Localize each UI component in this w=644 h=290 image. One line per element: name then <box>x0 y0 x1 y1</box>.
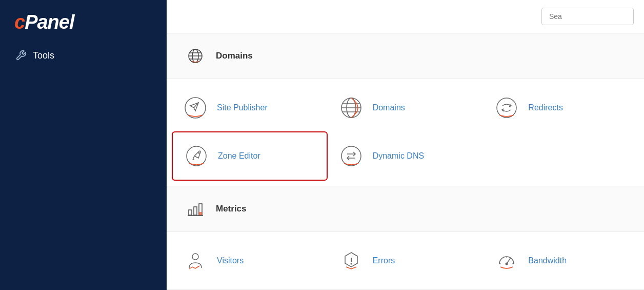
svg-rect-17 <box>189 210 192 215</box>
dynamic-dns-icon <box>338 143 365 169</box>
bandwidth-item[interactable]: Bandwidth <box>483 237 639 284</box>
metrics-section-icon <box>182 196 209 222</box>
zone-editor-item[interactable]: Zone Editor <box>172 131 328 181</box>
tools-nav-label: Tools <box>33 50 54 61</box>
content-area: Domains Site Publisher <box>167 33 644 290</box>
visitors-label: Visitors <box>217 256 244 265</box>
errors-icon <box>338 247 365 274</box>
domains-section-icon <box>182 43 209 69</box>
zone-editor-label: Zone Editor <box>218 151 260 161</box>
cpanel-logo: cPanel <box>0 0 167 43</box>
cpanel-c-letter: c <box>14 11 25 33</box>
main-area: Domains Site Publisher <box>167 0 644 290</box>
redirects-icon <box>493 94 520 121</box>
site-publisher-icon <box>182 94 209 121</box>
bandwidth-icon <box>493 247 520 274</box>
svg-point-26 <box>506 263 508 265</box>
metrics-tools-grid: Visitors Errors <box>167 232 644 290</box>
metrics-section-header: Metrics <box>167 186 644 232</box>
site-publisher-label: Site Publisher <box>217 103 268 112</box>
visitors-item[interactable]: Visitors <box>172 237 328 284</box>
sidebar-item-tools[interactable]: Tools <box>0 43 167 68</box>
svg-point-13 <box>187 146 206 166</box>
header <box>167 0 644 33</box>
redirects-item[interactable]: Redirects <box>483 84 639 131</box>
domains-tool-icon <box>338 94 365 121</box>
svg-point-24 <box>350 263 352 265</box>
domains-tools-grid: Site Publisher Domains <box>167 79 644 186</box>
sidebar: cPanel Tools <box>0 0 167 290</box>
wrench-icon <box>15 50 27 61</box>
svg-point-16 <box>341 146 361 166</box>
redirects-label: Redirects <box>528 103 563 112</box>
domains-item[interactable]: Domains <box>328 84 484 131</box>
errors-item[interactable]: Errors <box>328 237 484 284</box>
svg-point-22 <box>192 254 198 260</box>
visitors-icon <box>182 247 209 274</box>
cpanel-logo-text: cPanel <box>14 11 74 33</box>
zone-editor-icon <box>183 143 210 169</box>
search-input[interactable] <box>541 8 634 25</box>
cpanel-panel-text: Panel <box>25 11 74 33</box>
site-publisher-item[interactable]: Site Publisher <box>172 84 328 131</box>
errors-label: Errors <box>373 256 395 265</box>
bandwidth-label: Bandwidth <box>528 256 567 265</box>
domains-section-title: Domains <box>216 51 253 61</box>
svg-rect-18 <box>194 207 197 215</box>
dynamic-dns-label: Dynamic DNS <box>373 151 424 161</box>
domains-tool-label: Domains <box>373 103 405 112</box>
svg-point-12 <box>497 98 516 118</box>
domains-section-header: Domains <box>167 33 644 79</box>
metrics-section-title: Metrics <box>216 204 247 214</box>
dynamic-dns-item[interactable]: Dynamic DNS <box>328 131 484 181</box>
svg-point-15 <box>198 152 200 154</box>
svg-rect-20 <box>199 212 202 215</box>
